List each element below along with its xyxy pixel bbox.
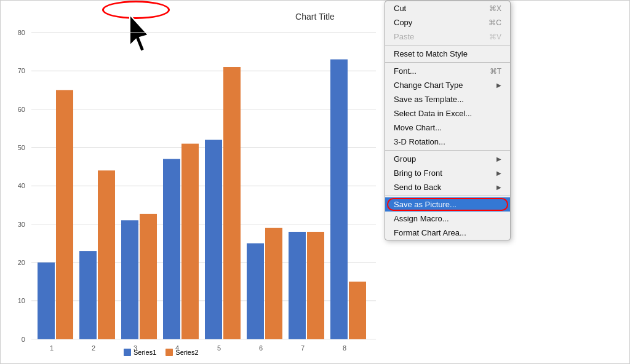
menu-item-bring-to-front-label: Bring to Front bbox=[394, 168, 442, 178]
svg-text:0: 0 bbox=[22, 335, 25, 342]
separator-4 bbox=[385, 196, 510, 196]
svg-rect-40 bbox=[330, 60, 348, 339]
svg-rect-28 bbox=[163, 159, 180, 339]
svg-rect-19 bbox=[38, 263, 55, 339]
menu-item-cut-label: Cut bbox=[394, 4, 406, 13]
svg-text:6: 6 bbox=[259, 344, 263, 352]
svg-text:20: 20 bbox=[18, 259, 25, 266]
menu-item-change-chart-type-arrow: ▶ bbox=[496, 82, 501, 89]
menu-item-reset[interactable]: Reset to Match Style bbox=[385, 47, 510, 61]
menu-item-format-chart-area[interactable]: Format Chart Area... bbox=[385, 226, 510, 240]
separator-1 bbox=[385, 45, 510, 46]
menu-item-save-template[interactable]: Save as Template... bbox=[385, 92, 510, 106]
context-menu: Cut ⌘X Copy ⌘C Paste ⌘V Reset to Match S… bbox=[385, 1, 511, 240]
menu-item-group-arrow: ▶ bbox=[496, 156, 501, 162]
menu-item-paste-label: Paste bbox=[394, 32, 414, 41]
menu-item-select-data-label: Select Data in Excel... bbox=[394, 109, 472, 118]
legend-series1-color bbox=[124, 349, 131, 356]
menu-item-save-picture[interactable]: Save as Picture... bbox=[385, 197, 510, 212]
svg-rect-34 bbox=[247, 243, 264, 339]
svg-text:30: 30 bbox=[18, 220, 25, 228]
menu-item-select-data[interactable]: Select Data in Excel... bbox=[385, 106, 510, 121]
separator-3 bbox=[385, 150, 510, 151]
chart-legend: Series1 Series2 bbox=[124, 349, 199, 356]
menu-item-cut-shortcut: ⌘X bbox=[489, 4, 501, 13]
menu-item-font-label: Font... bbox=[394, 66, 417, 76]
menu-item-copy-label: Copy bbox=[394, 18, 412, 27]
menu-item-group-label: Group bbox=[394, 154, 416, 164]
legend-series2-label: Series2 bbox=[175, 349, 198, 356]
chart-container: Chart Title 0 10 20 30 40 50 60 70 80 1 bbox=[0, 0, 630, 364]
bar-chart: 0 10 20 30 40 50 60 70 80 1 2 3 4 5 6 bbox=[1, 1, 382, 364]
menu-item-change-chart-type-label: Change Chart Type bbox=[394, 81, 463, 90]
menu-item-bring-to-front[interactable]: Bring to Front ▶ bbox=[385, 166, 510, 180]
svg-text:50: 50 bbox=[18, 144, 25, 151]
menu-item-change-chart-type[interactable]: Change Chart Type ▶ bbox=[385, 78, 510, 92]
menu-item-move-chart[interactable]: Move Chart... bbox=[385, 121, 510, 135]
svg-text:7: 7 bbox=[301, 344, 305, 352]
svg-text:10: 10 bbox=[18, 297, 25, 304]
legend-series2-color bbox=[165, 349, 173, 356]
menu-item-paste[interactable]: Paste ⌘V bbox=[385, 30, 510, 44]
menu-item-move-chart-label: Move Chart... bbox=[394, 123, 442, 132]
menu-item-font[interactable]: Font... ⌘T bbox=[385, 64, 510, 78]
svg-text:8: 8 bbox=[343, 344, 346, 352]
svg-rect-37 bbox=[289, 232, 306, 339]
menu-item-reset-label: Reset to Match Style bbox=[394, 49, 468, 58]
menu-item-bring-to-front-arrow: ▶ bbox=[496, 170, 501, 176]
menu-item-font-shortcut: ⌘T bbox=[490, 67, 501, 76]
legend-series1-label: Series1 bbox=[134, 349, 156, 356]
svg-rect-25 bbox=[121, 220, 138, 339]
svg-text:2: 2 bbox=[92, 344, 95, 352]
svg-rect-38 bbox=[307, 232, 324, 339]
separator-2 bbox=[385, 62, 510, 63]
menu-item-3d-rotation[interactable]: 3-D Rotation... bbox=[385, 135, 510, 149]
menu-item-send-to-back-label: Send to Back bbox=[394, 183, 441, 192]
menu-item-cut[interactable]: Cut ⌘X bbox=[385, 1, 510, 15]
svg-rect-20 bbox=[56, 90, 73, 339]
svg-text:70: 70 bbox=[18, 67, 25, 74]
legend-series1: Series1 bbox=[124, 349, 156, 356]
svg-rect-35 bbox=[265, 228, 282, 339]
menu-item-send-to-back-arrow: ▶ bbox=[496, 184, 501, 191]
menu-item-copy-shortcut: ⌘C bbox=[488, 18, 501, 27]
menu-item-send-to-back[interactable]: Send to Back ▶ bbox=[385, 180, 510, 194]
svg-rect-29 bbox=[181, 144, 199, 339]
menu-item-format-chart-area-label: Format Chart Area... bbox=[394, 228, 466, 237]
menu-item-save-template-label: Save as Template... bbox=[394, 95, 464, 104]
menu-item-paste-shortcut: ⌘V bbox=[489, 33, 501, 41]
svg-text:40: 40 bbox=[18, 182, 25, 189]
menu-item-group[interactable]: Group ▶ bbox=[385, 152, 510, 166]
menu-item-assign-macro-label: Assign Macro... bbox=[394, 214, 449, 223]
svg-text:80: 80 bbox=[18, 29, 25, 36]
svg-text:1: 1 bbox=[50, 344, 54, 352]
svg-text:5: 5 bbox=[217, 344, 221, 352]
svg-rect-31 bbox=[205, 140, 222, 339]
legend-series2: Series2 bbox=[165, 349, 198, 356]
svg-rect-32 bbox=[223, 67, 241, 339]
menu-item-3d-rotation-label: 3-D Rotation... bbox=[394, 137, 445, 146]
svg-rect-23 bbox=[98, 170, 115, 339]
menu-item-copy[interactable]: Copy ⌘C bbox=[385, 15, 510, 30]
svg-rect-26 bbox=[140, 214, 157, 339]
svg-rect-41 bbox=[349, 282, 366, 339]
menu-item-assign-macro[interactable]: Assign Macro... bbox=[385, 212, 510, 226]
svg-rect-22 bbox=[79, 251, 97, 339]
svg-text:60: 60 bbox=[18, 106, 25, 113]
menu-item-save-picture-label: Save as Picture... bbox=[394, 200, 457, 209]
